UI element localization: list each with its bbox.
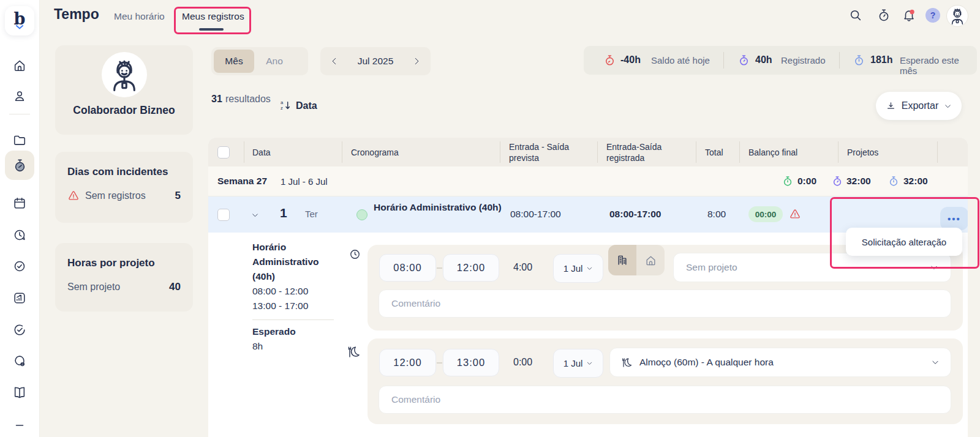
week-worked-value: 0:00: [797, 176, 816, 187]
col-entrada-registrada: Entrada-Saída registrada: [606, 142, 674, 163]
projects-value: 40: [169, 281, 181, 293]
detail-period-2: 13:00 - 17:00: [252, 299, 308, 313]
office-location-button[interactable]: [608, 245, 636, 275]
sort-by-data[interactable]: Data: [296, 100, 317, 111]
prev-month-icon[interactable]: [330, 57, 339, 65]
svg-text:z: z: [281, 105, 283, 111]
registered-label: Registrado: [781, 55, 826, 65]
month-toggle-button[interactable]: Mês: [214, 50, 254, 73]
profile-avatar: [102, 52, 147, 97]
entry2-end-input[interactable]: [443, 349, 499, 376]
projects-row: Sem projeto 40: [67, 281, 181, 293]
period-navigator: Jul 2025: [320, 47, 431, 75]
history-clock-icon[interactable]: [13, 228, 26, 242]
week-title: Semana 27: [217, 176, 267, 187]
menu-tooltip-solicitacao[interactable]: Solicitação alteração: [846, 228, 962, 256]
entry-lunch: 0:00 1 Jul Almoço (60m) - A qualquer hor…: [368, 338, 963, 424]
day-number: 1: [280, 206, 287, 220]
home-location-icon: [645, 255, 657, 266]
entry2-break-dropdown[interactable]: Almoço (60m) - A qualquer hora: [609, 348, 951, 377]
day-expanded-area: Horário Administrativo (40h) 08:00 - 12:…: [208, 233, 968, 437]
entry1-comment-input[interactable]: [379, 289, 951, 318]
incidents-value: 5: [175, 190, 181, 202]
time-range-dash: [437, 267, 442, 269]
svg-text:a: a: [281, 100, 284, 105]
entry2-start-input[interactable]: [379, 349, 436, 376]
entry2-date-dropdown[interactable]: 1 Jul: [553, 349, 603, 378]
time-range-dash: [437, 362, 442, 364]
handbook-icon[interactable]: [13, 386, 26, 399]
day-planned: 08:00-17:00: [510, 209, 561, 220]
entry1-duration: 4:00: [513, 262, 532, 273]
detail-schedule-name: Horário Administrativo (40h): [252, 240, 337, 284]
col-total: Total: [705, 148, 723, 159]
incidents-row[interactable]: Sem registros 5: [67, 190, 181, 202]
chat-icon[interactable]: [13, 354, 26, 368]
entry1-start-input[interactable]: [379, 254, 436, 282]
year-toggle-button[interactable]: Ano: [254, 50, 295, 73]
summary-bar: -40h Saldo até hoje 40h Registrado 181h …: [584, 46, 977, 75]
summary-divider: [723, 52, 724, 69]
week-expected-value: 32:00: [903, 176, 928, 187]
home-location-button[interactable]: [636, 245, 665, 275]
more-icon[interactable]: [13, 419, 26, 432]
entry1-date: 1 Jul: [564, 263, 583, 274]
tab-meus-registros[interactable]: Meus registros: [182, 11, 244, 22]
chevron-down-icon: [586, 265, 593, 272]
sort-icon[interactable]: az: [281, 100, 292, 111]
folder-icon[interactable]: [13, 133, 26, 147]
calendar-icon[interactable]: [13, 196, 26, 210]
search-icon[interactable]: [849, 9, 862, 22]
entry1-project-dropdown[interactable]: Sem projeto: [673, 253, 951, 282]
day-recorded: 08:00-17:00: [609, 209, 661, 220]
select-all-checkbox[interactable]: [217, 146, 230, 159]
results-label: resultados: [225, 94, 271, 105]
tab-meu-horario[interactable]: Meu horário: [114, 11, 165, 22]
sidebar-item-tempo-active[interactable]: [5, 151, 34, 180]
registered-stopwatch-icon: [738, 54, 750, 66]
page-title: Tempo: [54, 6, 99, 23]
registered-value: 40h: [755, 54, 772, 65]
day-total: 8:00: [707, 209, 726, 220]
profile-name: Colaborador Bizneo: [55, 104, 193, 117]
day-checkbox[interactable]: [217, 209, 230, 221]
sidebar: b: [0, 0, 40, 437]
entry2-duration: 0:00: [513, 357, 532, 368]
check-circle-icon[interactable]: [13, 260, 26, 273]
notifications-bell-icon[interactable]: [902, 9, 916, 22]
entry2-comment-input[interactable]: [379, 386, 951, 414]
day-weekday: Ter: [305, 209, 318, 219]
projects-label: Sem projeto: [67, 282, 120, 293]
expected-stopwatch-icon: [853, 54, 865, 66]
entry1-date-dropdown[interactable]: 1 Jul: [553, 254, 603, 283]
projects-hours-card: Horas por projeto Sem projeto 40: [55, 243, 193, 312]
entry1-end-input[interactable]: [443, 254, 499, 282]
table-header: Data Cronograma Entrada - Saída prevista…: [208, 138, 968, 166]
export-button[interactable]: Exportar: [876, 92, 962, 120]
building-icon: [616, 254, 628, 266]
user-avatar[interactable]: [946, 5, 968, 27]
day-warning-icon: [789, 208, 801, 220]
app-window: b Tempo Meu horário Meus registros ? Col…: [0, 0, 980, 437]
row-actions-menu-button[interactable]: •••: [940, 207, 968, 230]
report-chart-icon[interactable]: [13, 291, 26, 305]
profile-card: Colaborador Bizneo: [55, 45, 193, 135]
timer-icon[interactable]: [877, 9, 891, 22]
collapse-chevron-icon[interactable]: [251, 211, 259, 219]
week-row[interactable]: Semana 27 1 Jul - 6 Jul 0:00 32:00 32:00: [208, 166, 968, 196]
incidents-label: Sem registros: [85, 190, 146, 201]
day-balance-badge: 00:00: [748, 206, 783, 222]
app-logo[interactable]: b: [5, 6, 34, 35]
week-registered-icon: [832, 176, 843, 187]
entry2-date: 1 Jul: [564, 358, 583, 368]
col-cronograma: Cronograma: [351, 148, 399, 159]
next-month-icon[interactable]: [412, 57, 421, 65]
work-entry-clock-icon: [349, 248, 361, 260]
help-icon[interactable]: ?: [925, 8, 940, 23]
expected-label: Esperado este mês: [900, 55, 977, 76]
home-icon[interactable]: [13, 59, 26, 72]
goal-target-icon[interactable]: [13, 323, 26, 337]
user-icon[interactable]: [13, 89, 26, 103]
download-icon: [886, 101, 896, 111]
entry1-project-placeholder: Sem projeto: [686, 262, 737, 273]
